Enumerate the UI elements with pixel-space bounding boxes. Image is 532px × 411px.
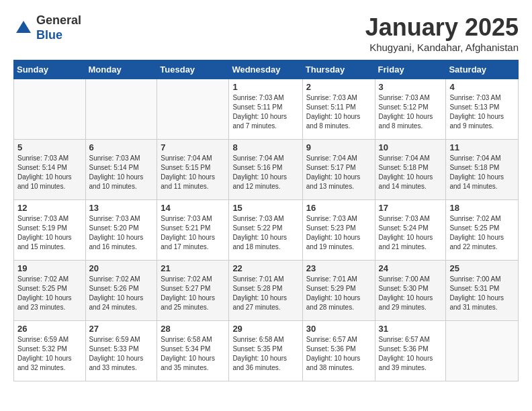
week-row: 12Sunrise: 7:03 AM Sunset: 5:19 PM Dayli…	[14, 200, 519, 261]
day-number: 4	[449, 82, 515, 92]
day-info: Sunrise: 7:03 AM Sunset: 5:20 PM Dayligh…	[89, 214, 154, 252]
day-number: 27	[89, 324, 154, 334]
calendar-cell: 25Sunrise: 7:00 AM Sunset: 5:31 PM Dayli…	[446, 261, 519, 321]
calendar-cell	[14, 79, 86, 140]
day-info: Sunrise: 7:03 AM Sunset: 5:22 PM Dayligh…	[232, 214, 298, 252]
day-number: 8	[232, 142, 298, 152]
day-info: Sunrise: 6:58 AM Sunset: 5:34 PM Dayligh…	[161, 335, 225, 373]
day-info: Sunrise: 7:03 AM Sunset: 5:19 PM Dayligh…	[17, 214, 82, 252]
day-number: 1	[232, 82, 298, 92]
day-info: Sunrise: 7:03 AM Sunset: 5:24 PM Dayligh…	[379, 214, 443, 252]
day-of-week-header: Saturday	[446, 60, 519, 79]
day-number: 28	[161, 324, 225, 334]
calendar-cell: 14Sunrise: 7:03 AM Sunset: 5:21 PM Dayli…	[157, 200, 229, 261]
day-number: 17	[379, 203, 443, 213]
day-info: Sunrise: 7:03 AM Sunset: 5:14 PM Dayligh…	[17, 154, 82, 191]
calendar-cell: 22Sunrise: 7:01 AM Sunset: 5:28 PM Dayli…	[229, 261, 302, 321]
day-of-week-header: Sunday	[14, 60, 86, 79]
calendar-cell: 1Sunrise: 7:03 AM Sunset: 5:11 PM Daylig…	[229, 79, 302, 140]
logo-text: General Blue	[36, 13, 81, 42]
calendar-cell: 3Sunrise: 7:03 AM Sunset: 5:12 PM Daylig…	[375, 79, 446, 140]
day-info: Sunrise: 6:57 AM Sunset: 5:36 PM Dayligh…	[379, 335, 443, 373]
day-number: 30	[306, 324, 371, 334]
day-info: Sunrise: 7:03 AM Sunset: 5:14 PM Dayligh…	[89, 154, 154, 191]
day-number: 12	[17, 203, 82, 213]
day-info: Sunrise: 7:02 AM Sunset: 5:27 PM Dayligh…	[161, 275, 225, 312]
day-number: 21	[161, 263, 225, 273]
calendar-cell: 21Sunrise: 7:02 AM Sunset: 5:27 PM Dayli…	[157, 261, 229, 321]
day-number: 6	[89, 142, 154, 152]
calendar-cell: 12Sunrise: 7:03 AM Sunset: 5:19 PM Dayli…	[14, 200, 86, 261]
day-number: 29	[232, 324, 298, 334]
day-info: Sunrise: 7:02 AM Sunset: 5:25 PM Dayligh…	[449, 214, 515, 252]
calendar-cell: 11Sunrise: 7:04 AM Sunset: 5:18 PM Dayli…	[446, 140, 519, 200]
calendar-cell: 27Sunrise: 6:59 AM Sunset: 5:33 PM Dayli…	[85, 321, 157, 381]
calendar-cell: 16Sunrise: 7:03 AM Sunset: 5:23 PM Dayli…	[302, 200, 375, 261]
day-number: 2	[306, 82, 371, 92]
logo: General Blue	[13, 13, 81, 42]
day-info: Sunrise: 6:58 AM Sunset: 5:35 PM Dayligh…	[232, 335, 298, 373]
day-info: Sunrise: 7:03 AM Sunset: 5:13 PM Dayligh…	[449, 93, 515, 131]
day-of-week-header: Monday	[85, 60, 157, 79]
logo-icon	[13, 18, 34, 38]
day-info: Sunrise: 7:00 AM Sunset: 5:30 PM Dayligh…	[379, 275, 443, 312]
day-info: Sunrise: 7:03 AM Sunset: 5:21 PM Dayligh…	[161, 214, 225, 252]
calendar-cell: 18Sunrise: 7:02 AM Sunset: 5:25 PM Dayli…	[446, 200, 519, 261]
day-of-week-header: Tuesday	[157, 60, 229, 79]
day-of-week-header: Wednesday	[229, 60, 302, 79]
day-number: 13	[89, 203, 154, 213]
calendar-cell: 5Sunrise: 7:03 AM Sunset: 5:14 PM Daylig…	[14, 140, 86, 200]
day-info: Sunrise: 7:03 AM Sunset: 5:12 PM Dayligh…	[379, 93, 443, 131]
day-info: Sunrise: 7:01 AM Sunset: 5:29 PM Dayligh…	[306, 275, 371, 312]
day-of-week-header: Thursday	[302, 60, 375, 79]
day-info: Sunrise: 6:59 AM Sunset: 5:32 PM Dayligh…	[17, 335, 82, 373]
day-info: Sunrise: 7:03 AM Sunset: 5:11 PM Dayligh…	[306, 93, 371, 131]
calendar-cell: 9Sunrise: 7:04 AM Sunset: 5:17 PM Daylig…	[302, 140, 375, 200]
day-number: 23	[306, 263, 371, 273]
calendar-cell: 10Sunrise: 7:04 AM Sunset: 5:18 PM Dayli…	[375, 140, 446, 200]
calendar-header-row: SundayMondayTuesdayWednesdayThursdayFrid…	[14, 60, 519, 79]
calendar-cell: 7Sunrise: 7:04 AM Sunset: 5:15 PM Daylig…	[157, 140, 229, 200]
calendar-cell: 29Sunrise: 6:58 AM Sunset: 5:35 PM Dayli…	[229, 321, 302, 381]
day-info: Sunrise: 7:04 AM Sunset: 5:17 PM Dayligh…	[306, 154, 371, 191]
calendar-cell: 17Sunrise: 7:03 AM Sunset: 5:24 PM Dayli…	[375, 200, 446, 261]
day-number: 15	[232, 203, 298, 213]
calendar-cell: 19Sunrise: 7:02 AM Sunset: 5:25 PM Dayli…	[14, 261, 86, 321]
calendar-cell	[85, 79, 157, 140]
calendar-table: SundayMondayTuesdayWednesdayThursdayFrid…	[13, 60, 519, 381]
day-number: 10	[379, 142, 443, 152]
day-info: Sunrise: 7:03 AM Sunset: 5:11 PM Dayligh…	[232, 93, 298, 131]
day-info: Sunrise: 7:02 AM Sunset: 5:25 PM Dayligh…	[17, 275, 82, 312]
title-block: January 2025 Khugyani, Kandahar, Afghani…	[365, 13, 519, 53]
calendar-cell: 15Sunrise: 7:03 AM Sunset: 5:22 PM Dayli…	[229, 200, 302, 261]
week-row: 19Sunrise: 7:02 AM Sunset: 5:25 PM Dayli…	[14, 261, 519, 321]
calendar-cell: 24Sunrise: 7:00 AM Sunset: 5:30 PM Dayli…	[375, 261, 446, 321]
calendar-cell: 4Sunrise: 7:03 AM Sunset: 5:13 PM Daylig…	[446, 79, 519, 140]
calendar-cell: 31Sunrise: 6:57 AM Sunset: 5:36 PM Dayli…	[375, 321, 446, 381]
day-info: Sunrise: 7:00 AM Sunset: 5:31 PM Dayligh…	[449, 275, 515, 312]
calendar-cell: 28Sunrise: 6:58 AM Sunset: 5:34 PM Dayli…	[157, 321, 229, 381]
day-info: Sunrise: 7:04 AM Sunset: 5:15 PM Dayligh…	[161, 154, 225, 191]
calendar-cell: 13Sunrise: 7:03 AM Sunset: 5:20 PM Dayli…	[85, 200, 157, 261]
day-number: 26	[17, 324, 82, 334]
day-info: Sunrise: 7:02 AM Sunset: 5:26 PM Dayligh…	[89, 275, 154, 312]
week-row: 26Sunrise: 6:59 AM Sunset: 5:32 PM Dayli…	[14, 321, 519, 381]
calendar-cell: 30Sunrise: 6:57 AM Sunset: 5:36 PM Dayli…	[302, 321, 375, 381]
calendar-subtitle: Khugyani, Kandahar, Afghanistan	[365, 42, 519, 53]
day-of-week-header: Friday	[375, 60, 446, 79]
calendar-cell: 2Sunrise: 7:03 AM Sunset: 5:11 PM Daylig…	[302, 79, 375, 140]
day-info: Sunrise: 6:57 AM Sunset: 5:36 PM Dayligh…	[306, 335, 371, 373]
calendar-cell	[157, 79, 229, 140]
day-info: Sunrise: 7:01 AM Sunset: 5:28 PM Dayligh…	[232, 275, 298, 312]
svg-marker-0	[16, 21, 31, 33]
day-info: Sunrise: 7:04 AM Sunset: 5:18 PM Dayligh…	[379, 154, 443, 191]
day-info: Sunrise: 6:59 AM Sunset: 5:33 PM Dayligh…	[89, 335, 154, 373]
day-number: 22	[232, 263, 298, 273]
day-number: 14	[161, 203, 225, 213]
day-number: 20	[89, 263, 154, 273]
day-number: 5	[17, 142, 82, 152]
day-number: 18	[449, 203, 515, 213]
day-number: 24	[379, 263, 443, 273]
day-number: 9	[306, 142, 371, 152]
day-number: 7	[161, 142, 225, 152]
